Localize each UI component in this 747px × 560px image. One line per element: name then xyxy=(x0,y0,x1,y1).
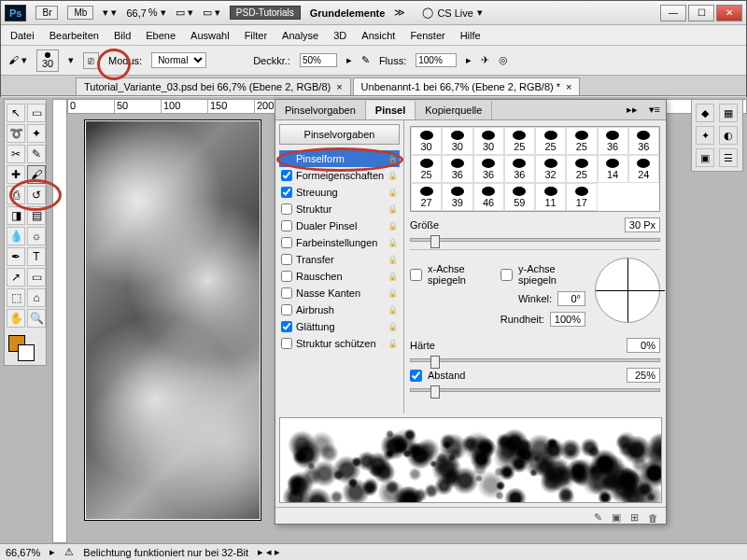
bridge-button[interactable]: Br xyxy=(35,6,58,20)
lock-icon[interactable]: 🔒 xyxy=(388,221,398,231)
brush-cell[interactable]: 25 xyxy=(566,127,597,155)
brush-preset-drop[interactable]: ▾ xyxy=(68,54,74,66)
option-checkbox[interactable] xyxy=(281,254,292,265)
path-tool[interactable]: ↗ xyxy=(7,268,25,287)
menu-ebene[interactable]: Ebene xyxy=(146,30,176,41)
brush-option-row[interactable]: Rauschen🔒 xyxy=(279,268,400,285)
lock-icon[interactable]: 🔒 xyxy=(388,288,398,298)
menu-hilfe[interactable]: Hilfe xyxy=(460,30,481,41)
menu-bild[interactable]: Bild xyxy=(114,30,131,41)
opacity-drop[interactable]: ▸ xyxy=(346,54,352,66)
menu-analyse[interactable]: Analyse xyxy=(282,30,318,41)
brush-option-row[interactable]: Airbrush🔒 xyxy=(279,301,400,318)
flipy-checkbox[interactable] xyxy=(500,269,513,281)
pressure-size-icon[interactable]: ◎ xyxy=(499,54,508,66)
option-checkbox[interactable] xyxy=(281,271,292,282)
status-more[interactable]: ▸ ◂ ▸ xyxy=(258,546,280,558)
menu-auswahl[interactable]: Auswahl xyxy=(190,30,230,41)
brush-option-row[interactable]: Transfer🔒 xyxy=(279,251,400,268)
size-slider[interactable] xyxy=(410,238,660,242)
brush-option-row[interactable]: Streuung🔒 xyxy=(279,184,400,201)
brush-option-row[interactable]: Pinselform🔒 xyxy=(279,150,400,167)
option-checkbox[interactable] xyxy=(281,203,292,215)
lock-icon[interactable]: 🔒 xyxy=(388,171,398,180)
lock-icon[interactable]: 🔒 xyxy=(388,305,398,315)
close-icon[interactable]: × xyxy=(336,81,342,92)
menu-ansicht[interactable]: Ansicht xyxy=(361,30,395,41)
menu-fenster[interactable]: Fenster xyxy=(410,30,444,41)
mode-select[interactable]: Normal xyxy=(151,52,206,68)
eyedropper-tool[interactable]: ✎ xyxy=(27,145,46,163)
pen-tool[interactable]: ✒ xyxy=(7,247,25,266)
brush-cell[interactable]: 27 xyxy=(411,183,442,211)
3d-tool[interactable]: ⬚ xyxy=(7,288,25,307)
preset-button[interactable]: Pinselvorgaben xyxy=(279,124,400,145)
status-drop[interactable]: ▸ xyxy=(49,546,55,558)
brush-cell[interactable]: 30 xyxy=(442,127,472,155)
lock-icon[interactable]: 🔒 xyxy=(388,255,398,264)
airbrush-icon[interactable]: ✈ xyxy=(481,54,489,66)
lock-icon[interactable]: 🔒 xyxy=(388,272,398,281)
menu-datei[interactable]: Datei xyxy=(10,30,35,41)
screen-icon[interactable]: ▭ ▾ xyxy=(203,7,220,19)
cslive-drop[interactable]: ▾ xyxy=(477,7,483,19)
minibridge-button[interactable]: Mb xyxy=(67,6,93,20)
minimize-button[interactable]: — xyxy=(660,5,686,21)
brush-preset-chip[interactable]: 30 xyxy=(36,49,59,72)
size-value[interactable]: 30 Px xyxy=(625,217,660,232)
more-icon[interactable]: ≫ xyxy=(394,7,405,19)
brush-option-row[interactable]: Dualer Pinsel🔒 xyxy=(279,217,400,234)
swatches-panel-icon[interactable]: ▦ xyxy=(719,104,738,122)
adjust-panel-icon[interactable]: ◐ xyxy=(719,126,738,145)
wand-tool[interactable]: ✦ xyxy=(27,124,46,143)
crop-tool[interactable]: ✂ xyxy=(7,145,25,163)
layers-panel-icon[interactable]: ☰ xyxy=(719,148,738,167)
zoom-value[interactable]: 66,7 xyxy=(126,7,146,19)
brush-cell[interactable]: 30 xyxy=(473,127,504,155)
spacing-value[interactable]: 25% xyxy=(627,368,660,383)
brush-tool-icon[interactable]: 🖌 ▾ xyxy=(8,54,27,66)
round-value[interactable]: 100% xyxy=(550,312,585,327)
docset-button[interactable]: PSD-Tutorials xyxy=(230,6,301,20)
angle-widget[interactable] xyxy=(595,258,660,323)
menu-bearbeiten[interactable]: Bearbeiten xyxy=(49,30,99,41)
close-button[interactable]: ✕ xyxy=(716,5,742,21)
brush-cell[interactable]: 39 xyxy=(442,183,472,211)
cslive-label[interactable]: CS Live xyxy=(437,7,473,19)
spacing-slider[interactable] xyxy=(410,388,660,392)
brush-option-row[interactable]: Glättung🔒 xyxy=(279,318,400,335)
flow-input[interactable] xyxy=(416,53,457,67)
panel-menu-icon[interactable]: ▾≡ xyxy=(643,104,666,116)
lock-icon[interactable]: 🔒 xyxy=(388,238,398,247)
zoom-tool[interactable]: 🔍 xyxy=(27,309,46,328)
brush-cell[interactable]: 17 xyxy=(566,183,597,211)
brush-cell[interactable]: 36 xyxy=(473,155,504,183)
new-brush-icon[interactable]: ▣ xyxy=(612,511,621,524)
styles-panel-icon[interactable]: ✦ xyxy=(696,126,714,145)
type-tool[interactable]: T xyxy=(27,247,46,266)
hand-tool[interactable]: ✋ xyxy=(7,309,25,328)
lock-icon[interactable]: 🔒 xyxy=(388,339,398,348)
lock-icon[interactable]: 🔒 xyxy=(388,204,398,214)
hardness-slider[interactable] xyxy=(410,358,660,362)
camera-tool[interactable]: ⌂ xyxy=(27,288,46,307)
heal-tool[interactable]: ✚ xyxy=(7,165,25,184)
masks-panel-icon[interactable]: ▣ xyxy=(696,148,714,167)
hardness-value[interactable]: 0% xyxy=(627,338,660,353)
flipx-checkbox[interactable] xyxy=(410,269,422,281)
option-checkbox[interactable] xyxy=(281,321,292,332)
brush-panel-toggle[interactable]: ⎚ xyxy=(83,52,99,69)
brush-cell[interactable]: 25 xyxy=(535,127,566,155)
brush-option-row[interactable]: Formeigenschaften🔒 xyxy=(279,167,400,184)
brush-cell[interactable]: 36 xyxy=(504,155,535,183)
document-tab[interactable]: Unbenannt-1 bei 66,7% (Ebene 2, RGB/8) *… xyxy=(353,77,581,95)
brush-cell[interactable]: 25 xyxy=(566,155,597,183)
brush-cell[interactable]: 46 xyxy=(473,183,504,211)
spacing-checkbox[interactable] xyxy=(410,370,422,382)
cslive-icon[interactable]: ◯ xyxy=(422,7,433,19)
brush-cell[interactable]: 25 xyxy=(411,155,442,183)
brush-cell[interactable]: 11 xyxy=(535,183,566,211)
pressure-opacity-icon[interactable]: ✎ xyxy=(361,54,370,66)
move-tool[interactable]: ↖ xyxy=(7,104,25,122)
document-tab[interactable]: Tutorial_Variante_03.psd bei 66,7% (Eben… xyxy=(76,77,351,95)
